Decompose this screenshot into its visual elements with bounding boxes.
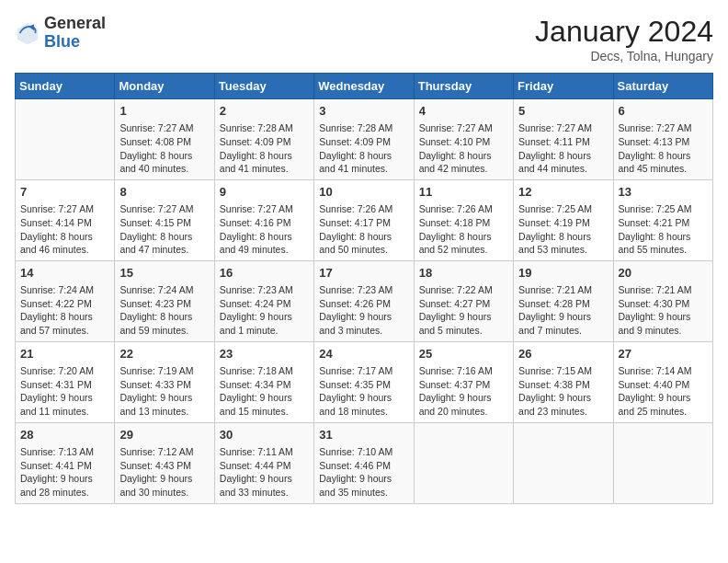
day-info: Sunrise: 7:16 AMSunset: 4:37 PMDaylight:… <box>419 364 508 419</box>
day-header-thursday: Thursday <box>414 74 513 99</box>
day-info: Sunrise: 7:26 AMSunset: 4:17 PMDaylight:… <box>319 202 408 257</box>
day-info: Sunrise: 7:28 AMSunset: 4:09 PMDaylight:… <box>319 121 408 176</box>
day-number: 8 <box>119 184 209 201</box>
day-number: 10 <box>319 184 408 201</box>
calendar-cell <box>613 422 712 503</box>
week-row-5: 28Sunrise: 7:13 AMSunset: 4:41 PMDayligh… <box>16 422 713 503</box>
day-info: Sunrise: 7:18 AMSunset: 4:34 PMDaylight:… <box>220 364 309 419</box>
day-number: 21 <box>20 346 109 362</box>
day-info: Sunrise: 7:27 AMSunset: 4:08 PMDaylight:… <box>119 121 209 176</box>
calendar-cell: 12Sunrise: 7:25 AMSunset: 4:19 PMDayligh… <box>514 179 613 260</box>
calendar-cell: 10Sunrise: 7:26 AMSunset: 4:17 PMDayligh… <box>314 179 414 260</box>
day-info: Sunrise: 7:15 AMSunset: 4:38 PMDaylight:… <box>518 364 608 419</box>
day-info: Sunrise: 7:27 AMSunset: 4:15 PMDaylight:… <box>119 202 209 257</box>
calendar-cell: 25Sunrise: 7:16 AMSunset: 4:37 PMDayligh… <box>414 341 513 422</box>
day-header-friday: Friday <box>514 74 613 99</box>
day-header-tuesday: Tuesday <box>214 74 313 99</box>
day-number: 15 <box>119 265 209 282</box>
day-info: Sunrise: 7:13 AMSunset: 4:41 PMDaylight:… <box>20 445 109 500</box>
day-info: Sunrise: 7:27 AMSunset: 4:14 PMDaylight:… <box>20 202 109 257</box>
calendar-cell: 16Sunrise: 7:23 AMSunset: 4:24 PMDayligh… <box>214 260 313 341</box>
day-info: Sunrise: 7:10 AMSunset: 4:46 PMDaylight:… <box>319 445 408 500</box>
week-row-1: 1Sunrise: 7:27 AMSunset: 4:08 PMDaylight… <box>16 99 713 180</box>
calendar-cell: 14Sunrise: 7:24 AMSunset: 4:22 PMDayligh… <box>16 260 115 341</box>
day-number: 11 <box>419 184 508 201</box>
day-info: Sunrise: 7:20 AMSunset: 4:31 PMDaylight:… <box>20 364 109 419</box>
day-number: 24 <box>319 346 408 362</box>
day-header-sunday: Sunday <box>16 74 115 99</box>
calendar-cell: 30Sunrise: 7:11 AMSunset: 4:44 PMDayligh… <box>214 422 313 503</box>
day-number: 13 <box>619 184 708 201</box>
calendar-table: SundayMondayTuesdayWednesdayThursdayFrid… <box>15 73 713 504</box>
day-header-saturday: Saturday <box>613 74 712 99</box>
day-info: Sunrise: 7:23 AMSunset: 4:24 PMDaylight:… <box>220 283 309 338</box>
calendar-cell: 23Sunrise: 7:18 AMSunset: 4:34 PMDayligh… <box>214 341 313 422</box>
day-number: 7 <box>20 184 109 201</box>
day-info: Sunrise: 7:21 AMSunset: 4:30 PMDaylight:… <box>619 283 708 338</box>
day-number: 3 <box>319 103 408 120</box>
day-info: Sunrise: 7:27 AMSunset: 4:10 PMDaylight:… <box>419 121 508 176</box>
main-title: January 2024 <box>535 15 713 49</box>
day-number: 25 <box>419 346 508 362</box>
calendar-cell: 18Sunrise: 7:22 AMSunset: 4:27 PMDayligh… <box>414 260 513 341</box>
calendar-cell <box>16 99 115 180</box>
calendar-cell: 17Sunrise: 7:23 AMSunset: 4:26 PMDayligh… <box>314 260 414 341</box>
day-number: 27 <box>619 346 708 362</box>
day-info: Sunrise: 7:25 AMSunset: 4:21 PMDaylight:… <box>619 202 708 257</box>
calendar-cell <box>414 422 513 503</box>
day-number: 1 <box>119 103 209 120</box>
day-number: 26 <box>518 346 608 362</box>
day-info: Sunrise: 7:14 AMSunset: 4:40 PMDaylight:… <box>619 364 708 419</box>
week-row-2: 7Sunrise: 7:27 AMSunset: 4:14 PMDaylight… <box>16 179 713 260</box>
calendar-cell: 8Sunrise: 7:27 AMSunset: 4:15 PMDaylight… <box>115 179 214 260</box>
calendar-cell: 27Sunrise: 7:14 AMSunset: 4:40 PMDayligh… <box>613 341 712 422</box>
day-info: Sunrise: 7:11 AMSunset: 4:44 PMDaylight:… <box>220 445 309 500</box>
day-number: 29 <box>119 427 209 443</box>
week-row-3: 14Sunrise: 7:24 AMSunset: 4:22 PMDayligh… <box>16 260 713 341</box>
day-info: Sunrise: 7:24 AMSunset: 4:22 PMDaylight:… <box>20 283 109 338</box>
calendar-cell: 22Sunrise: 7:19 AMSunset: 4:33 PMDayligh… <box>115 341 214 422</box>
day-number: 23 <box>220 346 309 362</box>
calendar-cell: 3Sunrise: 7:28 AMSunset: 4:09 PMDaylight… <box>314 99 414 180</box>
day-number: 19 <box>518 265 608 282</box>
day-info: Sunrise: 7:25 AMSunset: 4:19 PMDaylight:… <box>518 202 608 257</box>
day-number: 20 <box>619 265 708 282</box>
title-area: January 2024 Decs, Tolna, Hungary <box>535 15 713 63</box>
day-header-monday: Monday <box>115 74 214 99</box>
day-number: 22 <box>119 346 209 362</box>
day-number: 16 <box>220 265 309 282</box>
day-info: Sunrise: 7:22 AMSunset: 4:27 PMDaylight:… <box>419 283 508 338</box>
day-info: Sunrise: 7:12 AMSunset: 4:43 PMDaylight:… <box>119 445 209 500</box>
day-info: Sunrise: 7:24 AMSunset: 4:23 PMDaylight:… <box>119 283 209 338</box>
day-info: Sunrise: 7:26 AMSunset: 4:18 PMDaylight:… <box>419 202 508 257</box>
logo: General Blue <box>15 15 106 52</box>
day-number: 14 <box>20 265 109 282</box>
logo-icon <box>15 20 40 46</box>
day-info: Sunrise: 7:27 AMSunset: 4:16 PMDaylight:… <box>220 202 309 257</box>
header: General Blue January 2024 Decs, Tolna, H… <box>15 15 713 63</box>
day-info: Sunrise: 7:21 AMSunset: 4:28 PMDaylight:… <box>518 283 608 338</box>
calendar-cell: 7Sunrise: 7:27 AMSunset: 4:14 PMDaylight… <box>16 179 115 260</box>
day-header-wednesday: Wednesday <box>314 74 414 99</box>
day-number: 2 <box>220 103 309 120</box>
day-info: Sunrise: 7:28 AMSunset: 4:09 PMDaylight:… <box>220 121 309 176</box>
day-number: 17 <box>319 265 408 282</box>
calendar-cell: 5Sunrise: 7:27 AMSunset: 4:11 PMDaylight… <box>514 99 613 180</box>
day-number: 4 <box>419 103 508 120</box>
logo-general: General <box>44 15 106 33</box>
logo-text: General Blue <box>44 15 106 52</box>
day-number: 30 <box>220 427 309 443</box>
day-number: 5 <box>518 103 608 120</box>
calendar-cell: 15Sunrise: 7:24 AMSunset: 4:23 PMDayligh… <box>115 260 214 341</box>
week-row-4: 21Sunrise: 7:20 AMSunset: 4:31 PMDayligh… <box>16 341 713 422</box>
calendar-cell: 19Sunrise: 7:21 AMSunset: 4:28 PMDayligh… <box>514 260 613 341</box>
day-number: 18 <box>419 265 508 282</box>
day-info: Sunrise: 7:23 AMSunset: 4:26 PMDaylight:… <box>319 283 408 338</box>
calendar-cell: 2Sunrise: 7:28 AMSunset: 4:09 PMDaylight… <box>214 99 313 180</box>
logo-blue: Blue <box>44 33 106 52</box>
calendar-cell: 11Sunrise: 7:26 AMSunset: 4:18 PMDayligh… <box>414 179 513 260</box>
day-info: Sunrise: 7:17 AMSunset: 4:35 PMDaylight:… <box>319 364 408 419</box>
calendar-cell: 9Sunrise: 7:27 AMSunset: 4:16 PMDaylight… <box>214 179 313 260</box>
day-number: 31 <box>319 427 408 443</box>
day-number: 28 <box>20 427 109 443</box>
